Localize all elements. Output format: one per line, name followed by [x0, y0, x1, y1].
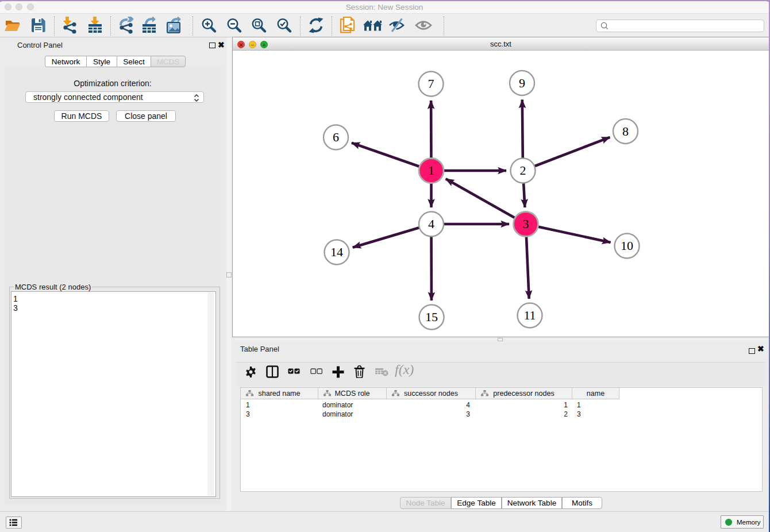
svg-text:9: 9	[519, 76, 525, 90]
svg-text:8: 8	[622, 124, 629, 138]
svg-text:4: 4	[428, 217, 434, 231]
svg-text:14: 14	[330, 245, 343, 259]
svg-text:7: 7	[428, 76, 434, 91]
svg-text:15: 15	[425, 310, 438, 324]
svg-text:11: 11	[523, 308, 536, 322]
svg-text:10: 10	[621, 238, 633, 253]
svg-text:2: 2	[520, 163, 526, 178]
svg-text:3: 3	[523, 217, 529, 231]
svg-text:6: 6	[333, 130, 339, 144]
svg-text:1: 1	[428, 163, 434, 178]
